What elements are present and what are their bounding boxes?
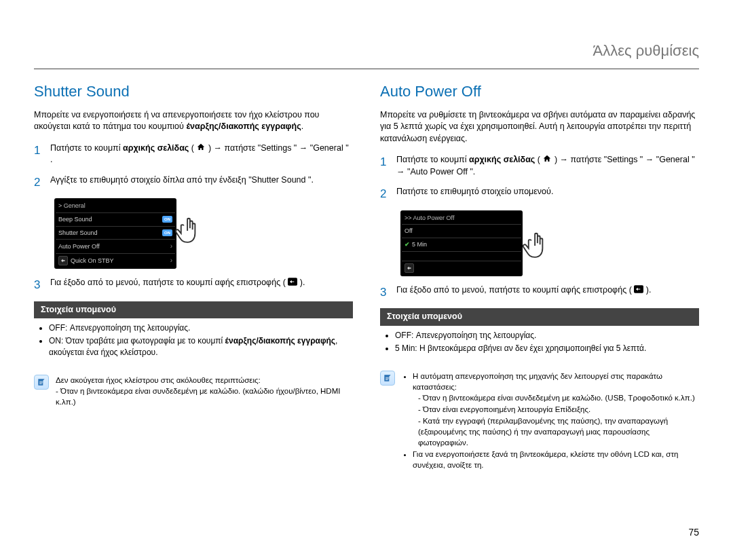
ui-label: Quick On STBY [71, 257, 114, 265]
ui-breadcrumb: > General [56, 201, 175, 212]
t: ( [535, 155, 542, 164]
t: Για έξοδο από το μενού, πατήστε το κουμπ… [396, 285, 634, 295]
ui-label: 5 Min [412, 240, 427, 249]
note-item: - Όταν είναι ενεργοποιημένη λειτουργία Ε… [418, 404, 699, 415]
submenu-on: ON: Όταν τραβάτε μια φωτογραφία με το κο… [49, 335, 353, 358]
page-number: 75 [688, 526, 699, 540]
step-2: 2 Αγγίξτε το επιθυμητό στοιχείο δίπλα απ… [34, 174, 353, 191]
step-number: 1 [34, 143, 43, 166]
ui-label: Beep Sound [58, 215, 92, 224]
step2-text: Πατήστε το επιθυμητό στοιχείο υπομενού. [396, 186, 699, 202]
back-icon [58, 256, 68, 265]
ui-label: Auto Power Off [58, 242, 100, 251]
back-icon [405, 263, 414, 273]
left-column: Shutter Sound Μπορείτε να ενεργοποιήσετε… [34, 81, 353, 471]
ui-row-empty [402, 251, 521, 261]
submenu-header: Στοιχεία υπομενού [34, 301, 353, 319]
step3-text: Για έξοδο από το μενού, πατήστε το κουμπ… [50, 277, 353, 293]
note-icon [34, 375, 49, 390]
submenu-off: OFF: Απενεργοποίηση της λειτουργίας. [395, 330, 699, 341]
submenu-off: OFF: Απενεργοποίηση της λειτουργίας. [49, 322, 353, 334]
step-3: 3 Για έξοδο από το μενού, πατήστε το κου… [380, 284, 699, 301]
step-number: 3 [34, 277, 43, 293]
step1-text: Πατήστε το κουμπί αρχικής σελίδας ( ) → … [50, 143, 353, 166]
note-intro: Η αυτόματη απενεργοποίηση της μηχανής δε… [413, 371, 699, 392]
ui-screenshot-autopoweroff: >> Auto Power Off Off ✔ 5 Min [400, 210, 523, 276]
intro-post: . [301, 122, 303, 131]
t: ON: Όταν τραβάτε μια φωτογραφία με το κο… [49, 336, 225, 346]
t: ( [189, 143, 196, 153]
t: έναρξης/διακοπής εγγραφής [225, 336, 336, 346]
chevron-right-icon: › [170, 256, 172, 265]
ui-row-autopower: Auto Power Off › [56, 239, 175, 253]
t: Για έξοδο από το μενού, πατήστε το κουμπ… [50, 278, 288, 287]
return-icon [288, 277, 297, 286]
apo-intro: Μπορείτε να ρυθμίσετε τη βιντεοκάμερα να… [380, 109, 699, 145]
ui-breadcrumb: >> Auto Power Off [402, 213, 521, 225]
t: Πατήστε το κουμπί [396, 155, 469, 164]
right-column: Auto Power Off Μπορείτε να ρυθμίσετε τη … [380, 81, 699, 471]
home-icon [196, 143, 206, 152]
ui-row-beep: Beep Sound ON [56, 212, 175, 226]
touch-hand-icon [168, 210, 209, 251]
check-icon: ✔ [405, 240, 410, 249]
note-item: - Κατά την εγγραφή (περιλαμβανομένης της… [418, 415, 699, 448]
shutter-intro: Μπορείτε να ενεργοποιήσετε ή να απενεργο… [34, 109, 353, 133]
note-icon [380, 371, 395, 386]
ui-row-5min: ✔ 5 Min [402, 238, 521, 251]
step-number: 3 [380, 284, 390, 301]
step-1: 1 Πατήστε το κουμπί αρχικής σελίδας ( ) … [380, 154, 699, 178]
return-icon [634, 284, 643, 294]
t: αρχικής σελίδας [123, 143, 189, 153]
step-number: 2 [380, 186, 390, 202]
auto-power-off-title: Auto Power Off [380, 81, 699, 102]
note-text: Δεν ακούγεται ήχος κλείστρου στις ακόλου… [56, 375, 353, 407]
ui-row-back [402, 261, 521, 275]
t: ). [643, 285, 651, 295]
t: Πατήστε το κουμπί [50, 143, 123, 153]
step3-text: Για έξοδο από το μενού, πατήστε το κουμπ… [396, 284, 699, 301]
step-3: 3 Για έξοδο από το μενού, πατήστε το κου… [34, 277, 353, 293]
note-extra: Για να ενεργοποιήσετε ξανά τη βιντεοκάμε… [413, 449, 699, 470]
step-1: 1 Πατήστε το κουμπί αρχικής σελίδας ( ) … [34, 143, 353, 166]
note-intro: Δεν ακούγεται ήχος κλείστρου στις ακόλου… [56, 375, 353, 386]
submenu-header: Στοιχεία υπομενού [380, 308, 699, 326]
shutter-sound-title: Shutter Sound [34, 81, 353, 102]
step-2: 2 Πατήστε το επιθυμητό στοιχείο υπομενού… [380, 186, 699, 202]
t: ). [297, 278, 305, 287]
ui-row-shutter: Shutter Sound ON [56, 226, 175, 240]
step-number: 2 [34, 174, 43, 191]
note-box: Η αυτόματη απενεργοποίηση της μηχανής δε… [380, 371, 699, 471]
ui-row-off: Off [402, 224, 521, 238]
step2-text: Αγγίξτε το επιθυμητό στοιχείο δίπλα από … [50, 174, 353, 191]
note-item: - Όταν η βιντεοκάμερα είναι συνδεδεμένη … [418, 392, 699, 403]
step-number: 1 [380, 154, 390, 178]
submenu-list: OFF: Απενεργοποίηση της λειτουργίας. 5 M… [380, 326, 699, 361]
step1-text: Πατήστε το κουμπί αρχικής σελίδας ( ) → … [396, 154, 699, 178]
page-header: Άλλες ρυθμίσεις [34, 41, 699, 69]
note-text: Η αυτόματη απενεργοποίηση της μηχανής δε… [402, 371, 699, 471]
submenu-5min: 5 Min: Η βιντεοκάμερα σβήνει αν δεν έχει… [395, 343, 699, 354]
home-icon [542, 154, 552, 164]
note-box: Δεν ακούγεται ήχος κλείστρου στις ακόλου… [34, 375, 353, 407]
ui-label: Off [405, 227, 413, 236]
ui-screenshot-general: > General Beep Sound ON Shutter Sound ON… [54, 198, 176, 269]
note-group: Η αυτόματη απενεργοποίηση της μηχανής δε… [413, 371, 699, 449]
ui-row-quickon: Quick On STBY › [56, 253, 175, 267]
submenu-list: OFF: Απενεργοποίηση της λειτουργίας. ON:… [34, 318, 353, 365]
t: αρχικής σελίδας [469, 155, 535, 164]
ui-label: Shutter Sound [58, 229, 98, 238]
intro-bold: έναρξης/διακοπής εγγραφής [186, 122, 301, 131]
touch-hand-icon [516, 225, 557, 266]
note-item: - Όταν η βιντεοκάμερα είναι συνδεδεμένη … [56, 386, 353, 407]
